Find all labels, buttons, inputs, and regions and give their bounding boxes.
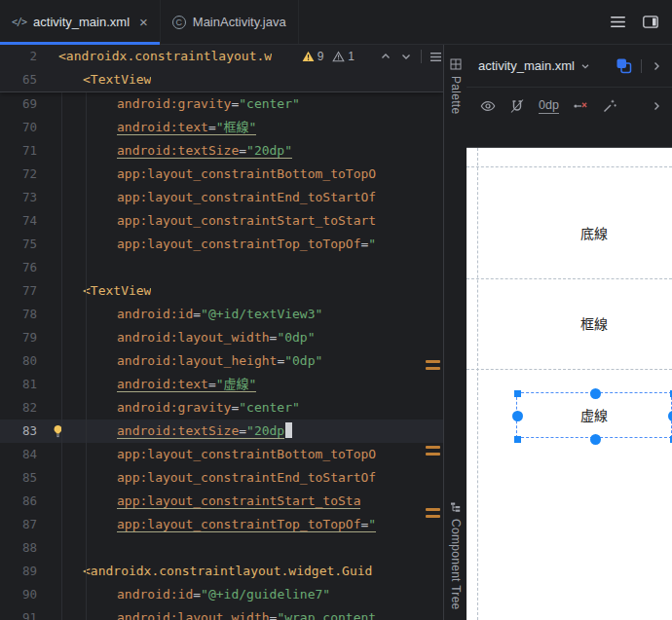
constraint-anchor[interactable] [512, 411, 523, 421]
tabbar-spacer [299, 0, 611, 44]
code-line-82[interactable]: 82android:gravity="center" [0, 396, 443, 419]
palette-tab[interactable]: Palette [449, 58, 463, 114]
line-number: 87 [0, 513, 51, 536]
corner-handle[interactable] [514, 436, 521, 443]
view-options-button[interactable] [480, 98, 496, 114]
design-tool-window: Palette Component Tree activity_main.xml [443, 45, 672, 620]
toolbar-overflow-chevron[interactable] [651, 100, 662, 112]
canvas-textview-1[interactable]: 框線 [580, 313, 608, 333]
constraint-anchor[interactable] [590, 434, 601, 445]
palette-icon [450, 58, 462, 70]
prev-issue-button[interactable] [380, 51, 392, 62]
code-line-91[interactable]: 91android:layout_width="wrap_content [0, 606, 443, 620]
line-number: 91 [0, 606, 51, 620]
constraint-anchor[interactable] [668, 411, 672, 421]
line-number: 2 [0, 45, 51, 68]
code-line-81[interactable]: 81android:text="虚線" [0, 373, 443, 396]
line-number: 71 [0, 139, 51, 163]
code-editor[interactable]: 2<androidx.constraintlayout.w65<TextView… [0, 45, 443, 620]
code-line-90[interactable]: 90android:id="@+id/guideline7" [0, 583, 443, 606]
line-number: 84 [0, 443, 51, 466]
horizontal-guideline[interactable] [467, 369, 672, 370]
code-line-84[interactable]: 84app:layout_constraintBottom_toTopO [0, 443, 443, 466]
vertical-guideline[interactable] [477, 148, 478, 620]
code-line-69[interactable]: 69android:gravity="center" [0, 92, 443, 116]
code-line-78[interactable]: 78android:id="@+id/textView3" [0, 303, 443, 326]
line-number: 89 [0, 560, 51, 583]
constraint-anchor[interactable] [590, 388, 601, 399]
code-line-87[interactable]: 87app:layout_constraintTop_toTopOf=" [0, 513, 443, 536]
code-line-70[interactable]: 70android:text="框線" [0, 116, 443, 139]
line-number: 81 [0, 373, 51, 396]
design-mode-icon[interactable] [616, 57, 632, 74]
weak-warnings-indicator[interactable]: 1 [332, 50, 355, 63]
clear-constraints-icon [573, 98, 588, 114]
line-number: 70 [0, 116, 51, 139]
horizontal-guideline[interactable] [467, 278, 672, 279]
code-line-79[interactable]: 79android:layout_width="0dp" [0, 326, 443, 349]
scrollbar-warning-mark[interactable] [426, 367, 440, 370]
weak-warning-icon [332, 51, 345, 62]
line-number: 80 [0, 349, 51, 373]
code-line-65[interactable]: 65<TextView [0, 68, 443, 91]
canvas-textview-0[interactable]: 底線 [580, 223, 608, 242]
design-file-selector[interactable]: activity_main.xml [478, 58, 591, 73]
horizontal-guideline[interactable] [467, 166, 672, 167]
warning-icon [302, 51, 315, 62]
spacer [467, 125, 672, 147]
warnings-indicator[interactable]: 9 [302, 50, 324, 63]
selection-box[interactable] [516, 392, 672, 438]
line-number: 86 [0, 490, 51, 513]
line-number: 88 [0, 536, 51, 560]
scrollbar-warning-mark[interactable] [426, 446, 440, 449]
scrollbar-warning-mark[interactable] [426, 360, 440, 363]
magnet-icon [509, 98, 525, 114]
autoconnect-button[interactable] [509, 98, 525, 114]
line-number: 65 [0, 68, 51, 91]
scrollbar-warning-mark[interactable] [426, 508, 440, 511]
tab-label: MainActivity.java [193, 15, 286, 29]
line-number: 73 [0, 186, 51, 209]
main-menu-icon[interactable] [611, 17, 625, 27]
line-number: 76 [0, 256, 51, 279]
tool-window-strip: Palette Component Tree [444, 45, 467, 620]
inspections-widget[interactable]: 9 1 [302, 45, 441, 68]
code-line-85[interactable]: 85app:layout_constraintEnd_toStartOf [0, 466, 443, 490]
code-line-88[interactable]: 88 [0, 536, 443, 560]
tab-activity-main-xml[interactable]: </> activity_main.xml × [0, 0, 161, 44]
code-line-89[interactable]: 89<androidx.constraintlayout.widget.Guid [0, 560, 443, 583]
java-class-icon: C [172, 16, 186, 29]
code-line-77[interactable]: 77<TextView [0, 279, 443, 303]
code-line-76[interactable]: 76 [0, 256, 443, 279]
component-tree-tab[interactable]: Component Tree [449, 501, 463, 610]
line-number: 83 [0, 419, 51, 443]
tool-window-layout-icon[interactable] [643, 16, 658, 28]
code-line-86[interactable]: 86app:layout_constraintStart_toSta [0, 490, 443, 513]
code-line-83[interactable]: 83android:textSize="20dp [0, 419, 443, 443]
line-number: 85 [0, 466, 51, 490]
default-margin-dropdown[interactable]: 0dp [539, 98, 559, 114]
android-studio-window: </> activity_main.xml × C MainActivity.j… [0, 0, 672, 620]
scrollbar-warning-mark[interactable] [426, 515, 440, 518]
code-line-74[interactable]: 74app:layout_constraintStart_toStart [0, 209, 443, 233]
corner-handle[interactable] [514, 390, 521, 397]
xml-file-icon: </> [12, 17, 26, 27]
tab-mainactivity-java[interactable]: C MainActivity.java [161, 0, 299, 44]
code-line-71[interactable]: 71android:textSize="20dp" [0, 139, 443, 163]
code-line-80[interactable]: 80android:layout_height="0dp" [0, 349, 443, 373]
clear-constraints-button[interactable] [573, 98, 588, 114]
line-number: 78 [0, 303, 51, 326]
next-issue-button[interactable] [400, 51, 412, 62]
code-line-75[interactable]: 75app:layout_constraintTop_toTopOf=" [0, 233, 443, 256]
header-overflow-chevron[interactable] [651, 60, 662, 72]
inspection-menu-icon[interactable] [430, 53, 441, 61]
code-line-73[interactable]: 73app:layout_constraintEnd_toStartOf [0, 186, 443, 209]
infer-constraints-button[interactable] [602, 98, 617, 114]
line-number: 90 [0, 583, 51, 606]
design-canvas[interactable]: 底線框線虚線 [467, 147, 672, 620]
code-line-72[interactable]: 72app:layout_constraintBottom_toTopO [0, 163, 443, 186]
scrollbar-warning-mark[interactable] [426, 453, 440, 456]
separator [421, 50, 422, 63]
quickfix-bulb-icon[interactable] [52, 424, 64, 438]
close-tab-icon[interactable]: × [139, 15, 148, 29]
